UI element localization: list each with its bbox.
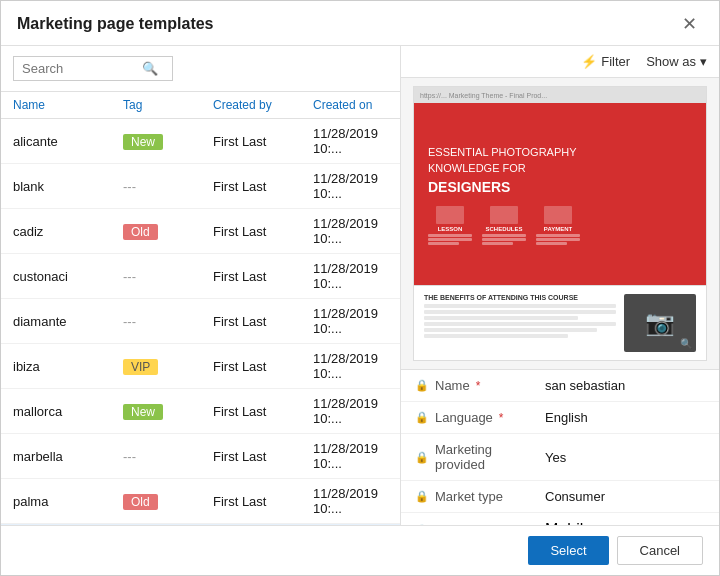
cell-tag: VIP [123,357,213,375]
cell-tag: --- [123,312,213,330]
cell-name: blank [13,179,123,194]
show-as-button[interactable]: Show as ▾ [646,54,707,69]
cell-name: palma [13,494,123,509]
detail-value: English [545,410,705,425]
cell-createdon: 11/28/2019 10:... [313,441,388,471]
right-top-bar: ⚡ Filter Show as ▾ [401,46,719,78]
tag-badge: Old [123,224,158,240]
cell-name: cadiz [13,224,123,239]
filter-button[interactable]: ⚡ Filter [581,54,630,69]
col-header-name[interactable]: Name [13,98,123,112]
required-indicator: * [476,379,481,393]
table-row[interactable]: marbella --- First Last 11/28/2019 10:..… [1,434,400,479]
tag-none: --- [123,179,136,194]
select-button[interactable]: Select [528,536,608,565]
detail-value-text: Yes [545,450,566,465]
details-area: 🔒 Name * san sebastian 🔒 Language * Engl… [401,370,719,525]
cell-name: ibiza [13,359,123,374]
preview-bottom: THE BENEFITS OF ATTENDING THIS COURSE 📷 [413,286,707,361]
required-indicator: * [499,411,504,425]
dialog-title: Marketing page templates [17,15,214,33]
col-header-createdon[interactable]: Created on [313,98,388,112]
preview-image: https://... Marketing Theme - Final Prod… [413,86,707,286]
detail-value: san sebastian [545,378,705,393]
dialog-body: 🔍 Name Tag Created by Created on alicant… [1,46,719,525]
right-panel: ⚡ Filter Show as ▾ https://... Marketing… [401,46,719,525]
detail-value-text: Consumer [545,489,605,504]
preview-url-bar: https://... Marketing Theme - Final Prod… [420,92,547,99]
cell-createdby: First Last [213,404,313,419]
preview-cards: LESSON SCHEDULES [428,206,692,245]
preview-card-payment-label: PAYMENT [544,226,572,232]
preview-card-schedules: SCHEDULES [482,206,526,245]
cell-createdby: First Last [213,359,313,374]
cancel-button[interactable]: Cancel [617,536,703,565]
search-bar: 🔍 [1,46,400,92]
tag-none: --- [123,269,136,284]
table-row[interactable]: mallorca New First Last 11/28/2019 10:..… [1,389,400,434]
cell-tag: New [123,132,213,150]
lock-icon: 🔒 [415,411,429,424]
preview-text-section: THE BENEFITS OF ATTENDING THIS COURSE [424,294,616,352]
camera-icon: 📷 [645,309,675,337]
filter-icon: ⚡ [581,54,597,69]
detail-row: 🔒 Optimized for Mobile ▾ [401,513,719,525]
dialog-footer: Select Cancel [1,525,719,575]
search-input-wrap: 🔍 [13,56,173,81]
preview-banner-title: DESIGNERS [428,179,510,195]
detail-row: 🔒 Language * English [401,402,719,434]
preview-card-payment: PAYMENT [536,206,580,245]
col-header-tag[interactable]: Tag [123,98,213,112]
cell-createdby: First Last [213,314,313,329]
table-row[interactable]: ibiza VIP First Last 11/28/2019 10:... [1,344,400,389]
filter-label: Filter [601,54,630,69]
cell-name: custonaci [13,269,123,284]
table-row[interactable]: custonaci --- First Last 11/28/2019 10:.… [1,254,400,299]
table-row[interactable]: palma Old First Last 11/28/2019 10:... [1,479,400,524]
preview-card-lesson: LESSON [428,206,472,245]
preview-camera-image: 📷 🔍 [624,294,696,352]
detail-value: Consumer [545,489,705,504]
zoom-icon: 🔍 [680,338,692,349]
tag-badge: Old [123,494,158,510]
cell-createdby: First Last [213,449,313,464]
cell-tag: --- [123,267,213,285]
lock-icon: 🔒 [415,379,429,392]
table-row[interactable]: diamante --- First Last 11/28/2019 10:..… [1,299,400,344]
search-input[interactable] [22,61,142,76]
detail-row: 🔒 Name * san sebastian [401,370,719,402]
tag-badge: New [123,404,163,420]
tag-badge: VIP [123,359,158,375]
cell-createdby: First Last [213,269,313,284]
detail-label: 🔒 Marketing provided [415,442,545,472]
table-header: Name Tag Created by Created on [1,92,400,119]
marketing-templates-dialog: Marketing page templates ✕ 🔍 Name Tag Cr… [0,0,720,576]
detail-label: 🔒 Market type [415,489,545,504]
col-header-createdby[interactable]: Created by [213,98,313,112]
cell-createdon: 11/28/2019 10:... [313,306,388,336]
detail-value-text: English [545,410,588,425]
cell-name: diamante [13,314,123,329]
tag-none: --- [123,449,136,464]
tag-none: --- [123,314,136,329]
cell-createdon: 11/28/2019 10:... [313,171,388,201]
table-row[interactable]: cadiz Old First Last 11/28/2019 10:... [1,209,400,254]
cell-tag: Old [123,492,213,510]
preview-card-schedules-label: SCHEDULES [485,226,522,232]
table-row[interactable]: alicante New First Last 11/28/2019 10:..… [1,119,400,164]
cell-name: alicante [13,134,123,149]
lock-icon: 🔒 [415,451,429,464]
cell-createdon: 11/28/2019 10:... [313,486,388,516]
close-button[interactable]: ✕ [676,13,703,35]
table-body: alicante New First Last 11/28/2019 10:..… [1,119,400,525]
preview-banner-subtitle: ESSENTIAL PHOTOGRAPHYKNOWLEDGE FORDESIGN… [428,144,692,198]
preview-area: https://... Marketing Theme - Final Prod… [401,78,719,370]
table-row[interactable]: blank --- First Last 11/28/2019 10:... [1,164,400,209]
cell-createdon: 11/28/2019 10:... [313,396,388,426]
detail-value: Yes [545,450,705,465]
detail-label: 🔒 Language * [415,410,545,425]
cell-name: marbella [13,449,123,464]
cell-createdby: First Last [213,134,313,149]
detail-row: 🔒 Market type Consumer [401,481,719,513]
cell-createdon: 11/28/2019 10:... [313,126,388,156]
